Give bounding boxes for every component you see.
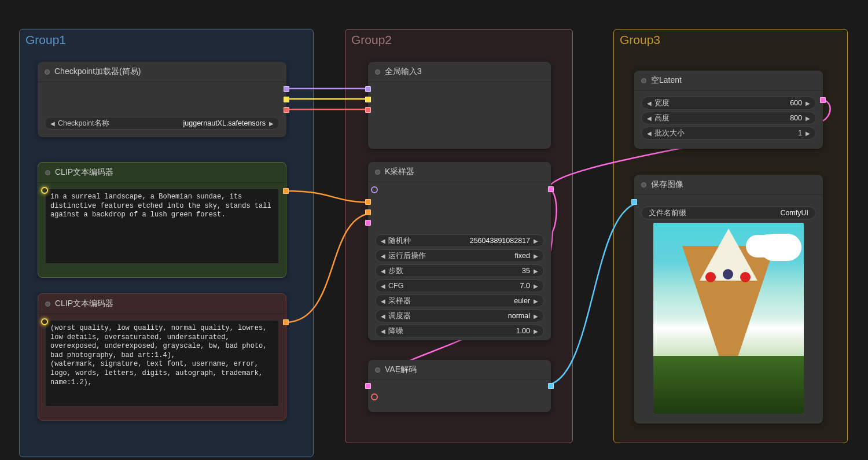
node-clip-text-encoder-negative[interactable]: CLIP文本编码器 (worst quality, low quality, n… [38,293,286,421]
widget-height[interactable]: ◀高度800▶ [641,112,816,124]
widget-checkpoint-name[interactable]: ◀ Checkpoint名称 juggernautXL.safetensors … [45,117,279,130]
widget-value: 800 [670,114,802,122]
node-header[interactable]: CLIP文本编码器 [38,294,286,314]
cloud-icon [757,234,792,255]
widget-steps[interactable]: ◀步数35▶ [375,264,544,277]
widget-label: Checkpoint名称 [58,119,109,128]
collapse-dot-icon[interactable] [45,170,50,175]
widget-seed[interactable]: ◀随机种256043891082817▶ [375,234,544,247]
node-header[interactable]: 保存图像 [634,175,823,195]
node-title: 保存图像 [651,179,683,190]
output-port-latent[interactable] [548,186,554,192]
input-port-vae[interactable] [371,393,378,400]
node-clip-text-encoder-positive[interactable]: CLIP文本编码器 in a surreal landscape, a Bohe… [38,162,286,278]
widget-scheduler[interactable]: ◀调度器normal▶ [375,310,544,322]
widget-value: 600 [670,99,802,107]
output-image-preview[interactable] [653,223,804,414]
node-header[interactable]: VAE解码 [368,360,551,380]
widget-label: 随机种 [388,236,411,246]
input-port-clip[interactable] [41,187,48,194]
chevron-left-icon[interactable]: ◀ [49,120,57,127]
input-port-clip[interactable] [365,97,371,102]
node-ksampler[interactable]: K采样器 ◀随机种256043891082817▶ ◀运行后操作fixed▶ ◀… [368,162,551,340]
node-checkpoint-loader[interactable]: Checkpoint加载器(简易) ◀ Checkpoint名称 juggern… [38,62,286,137]
chevron-right-icon[interactable]: ▶ [532,283,540,289]
widget-label: CFG [388,282,403,290]
widget-batch[interactable]: ◀批次大小1▶ [641,127,816,139]
chevron-right-icon[interactable]: ▶ [804,100,812,106]
chevron-left-icon[interactable]: ◀ [379,238,387,244]
widget-value: ComfyUI [686,209,808,217]
chevron-right-icon[interactable]: ▶ [532,313,540,319]
input-port-vae[interactable] [365,107,371,113]
widget-value: normal [411,312,530,320]
collapse-dot-icon[interactable] [45,69,50,75]
chevron-right-icon[interactable]: ▶ [267,120,275,127]
chevron-left-icon[interactable]: ◀ [379,298,387,304]
chevron-right-icon[interactable]: ▶ [532,238,540,244]
widget-width[interactable]: ◀宽度600▶ [641,97,816,109]
chevron-right-icon[interactable]: ▶ [532,328,540,334]
node-title: CLIP文本编码器 [55,167,113,178]
output-port-latent[interactable] [820,97,826,103]
node-save-image[interactable]: 保存图像 文件名前缀 ComfyUI [634,175,823,424]
output-port-clip[interactable] [284,97,289,102]
chevron-left-icon[interactable]: ◀ [645,100,653,106]
collapse-dot-icon[interactable] [375,367,380,373]
chevron-left-icon[interactable]: ◀ [379,268,387,274]
collapse-dot-icon[interactable] [641,78,646,83]
node-header[interactable]: CLIP文本编码器 [38,163,286,183]
prompt-textbox[interactable]: in a surreal landscape, a Bohemian sunda… [45,189,279,264]
node-title: 空Latent [651,75,682,86]
widget-value: euler [411,297,530,305]
chevron-left-icon[interactable]: ◀ [379,253,387,259]
chevron-left-icon[interactable]: ◀ [379,313,387,319]
node-empty-latent[interactable]: 空Latent ◀宽度600▶ ◀高度800▶ ◀批次大小1▶ [634,71,823,149]
node-vae-decode[interactable]: VAE解码 [368,360,551,412]
input-port-clip[interactable] [41,318,48,325]
widget-label: 降噪 [388,326,403,336]
strawberry-icon [740,272,751,282]
chevron-right-icon[interactable]: ▶ [532,253,540,259]
input-port-samples[interactable] [365,383,371,389]
forest-icon [653,356,804,414]
collapse-dot-icon[interactable] [375,69,380,75]
node-header[interactable]: Checkpoint加载器(简易) [38,62,286,82]
widget-sampler[interactable]: ◀采样器euler▶ [375,295,544,307]
widget-control-after[interactable]: ◀运行后操作fixed▶ [375,249,544,262]
chevron-left-icon[interactable]: ◀ [645,130,653,137]
node-title: 全局输入3 [385,67,422,77]
chevron-right-icon[interactable]: ▶ [532,268,540,274]
output-port-vae[interactable] [284,107,289,113]
output-port-conditioning[interactable] [283,319,289,325]
widget-label: 采样器 [388,296,411,306]
node-global-inputs[interactable]: 全局输入3 [368,62,551,149]
prompt-textbox[interactable]: (worst quality, low quality, normal qual… [45,320,279,407]
collapse-dot-icon[interactable] [375,170,380,175]
chevron-left-icon[interactable]: ◀ [379,328,387,334]
input-port-model[interactable] [371,186,378,193]
widget-cfg[interactable]: ◀CFG7.0▶ [375,279,544,292]
input-port-latent[interactable] [365,220,371,226]
output-port-conditioning[interactable] [283,188,289,194]
chevron-right-icon[interactable]: ▶ [804,130,812,137]
input-port-model[interactable] [365,86,371,92]
output-port-model[interactable] [284,86,289,92]
collapse-dot-icon[interactable] [641,182,646,187]
widget-label: 批次大小 [654,128,685,138]
group-title-3: Group3 [620,33,660,47]
widget-denoise[interactable]: ◀降噪1.00▶ [375,325,544,337]
node-header[interactable]: K采样器 [368,162,551,182]
input-port-positive[interactable] [365,199,371,205]
input-port-negative[interactable] [365,209,371,215]
chevron-left-icon[interactable]: ◀ [379,283,387,289]
node-header[interactable]: 全局输入3 [368,62,551,82]
output-port-image[interactable] [548,383,554,389]
input-port-image[interactable] [631,199,637,205]
chevron-right-icon[interactable]: ▶ [532,298,540,304]
node-header[interactable]: 空Latent [634,71,823,91]
collapse-dot-icon[interactable] [45,301,50,307]
chevron-left-icon[interactable]: ◀ [645,115,653,122]
widget-filename-prefix[interactable]: 文件名前缀 ComfyUI [641,207,816,219]
chevron-right-icon[interactable]: ▶ [804,115,812,122]
